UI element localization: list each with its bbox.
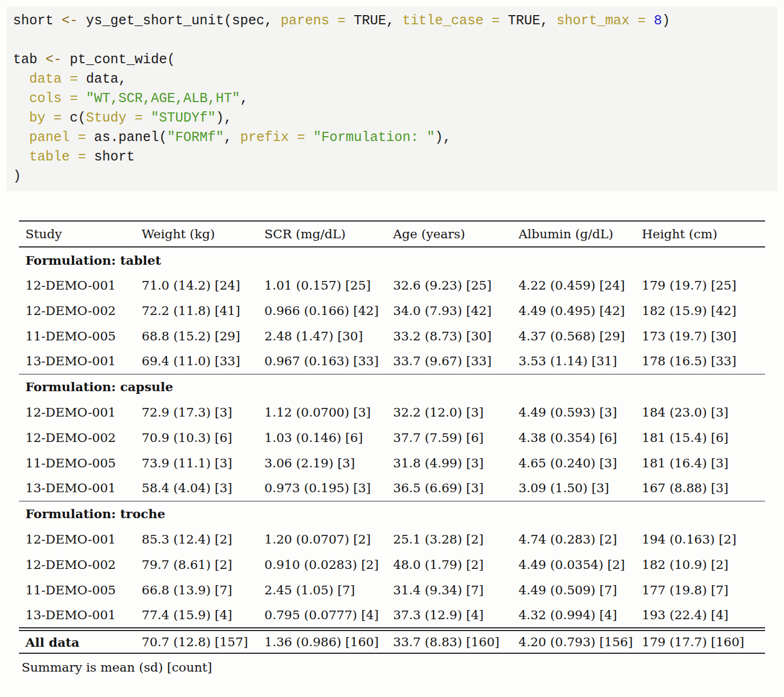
code-line — [13, 31, 771, 50]
table-row: 11-DEMO-00566.8 (13.9) [7]2.45 (1.05) [7… — [19, 577, 765, 602]
table-cell: 37.7 (7.59) [6] — [387, 425, 512, 450]
table-cell: 77.4 (15.9) [4] — [135, 602, 258, 628]
code-token: short — [94, 149, 135, 165]
table-cell: 0.910 (0.0283) [2] — [258, 552, 387, 577]
table-cell: 0.973 (0.195) [3] — [258, 475, 387, 501]
study-id-cell: 13-DEMO-001 — [19, 602, 135, 628]
code-token: as.panel( — [94, 130, 167, 145]
code-token: pt_cont_wide( — [62, 52, 175, 68]
section-header-row: Formulation: troche — [19, 501, 765, 526]
table-row: 13-DEMO-00158.4 (4.04) [3]0.973 (0.195) … — [19, 475, 765, 501]
table-cell: 2.48 (1.47) [30] — [258, 323, 387, 348]
code-token: short_max = — [556, 13, 654, 29]
table-cell: 3.53 (1.14) [31] — [512, 348, 635, 374]
code-token: "WT,SCR,AGE,ALB,HT" — [86, 91, 240, 106]
code-token: data = — [29, 71, 86, 87]
table-cell: 58.4 (4.04) [3] — [135, 475, 258, 501]
column-header-3: SCR (mg/dL) — [258, 221, 387, 247]
table-cell: 72.9 (17.3) [3] — [135, 399, 258, 425]
table-cell: 3.09 (1.50) [3] — [512, 475, 635, 501]
table-cell: 4.49 (0.593) [3] — [512, 399, 635, 425]
code-token — [13, 110, 29, 126]
table-cell: 182 (10.9) [2] — [635, 552, 765, 577]
code-token: title_case = — [402, 13, 508, 29]
table-cell: 4.49 (0.0354) [2] — [512, 552, 635, 577]
column-header-2: Weight (kg) — [135, 221, 258, 247]
code-token: ), — [216, 110, 232, 126]
study-id-cell: 12-DEMO-002 — [19, 425, 135, 450]
section-header-label: Formulation: tablet — [19, 247, 765, 272]
table-cell: 3.06 (2.19) [3] — [258, 450, 387, 475]
table-footnote: Summary is mean (sd) [count] — [22, 660, 784, 674]
code-token: by = — [29, 110, 70, 126]
table-cell: 32.2 (12.0) [3] — [387, 399, 512, 425]
code-line: cols = "WT,SCR,AGE,ALB,HT", — [13, 89, 771, 109]
table-row: 11-DEMO-00573.9 (11.1) [3]3.06 (2.19) [3… — [19, 450, 765, 475]
table-cell: 79.7 (8.61) [2] — [135, 552, 258, 577]
study-id-cell: 11-DEMO-005 — [19, 323, 135, 348]
table-cell: 184 (23.0) [3] — [635, 399, 765, 425]
study-id-cell: 11-DEMO-005 — [19, 450, 135, 475]
table-cell: 32.6 (9.23) [25] — [387, 272, 512, 298]
table-row: 13-DEMO-00177.4 (15.9) [4]0.795 (0.0777)… — [19, 602, 765, 628]
study-id-cell: 11-DEMO-005 — [19, 577, 135, 602]
code-token — [13, 91, 29, 106]
table-row: 12-DEMO-00172.9 (17.3) [3]1.12 (0.0700) … — [19, 399, 765, 425]
table-cell: 0.795 (0.0777) [4] — [258, 602, 387, 628]
table-cell: 25.1 (3.28) [2] — [387, 526, 512, 552]
table-row: 11-DEMO-00568.8 (15.2) [29]2.48 (1.47) [… — [19, 323, 765, 348]
table-cell: 4.22 (0.459) [24] — [512, 272, 635, 298]
code-token: tab — [13, 52, 45, 68]
code-line: by = c(Study = "STUDYf"), — [13, 109, 771, 128]
table-cell: 0.967 (0.163) [33] — [258, 348, 387, 374]
table-cell: 31.4 (9.34) [7] — [387, 577, 512, 602]
code-token: , — [240, 91, 248, 106]
code-token: , — [224, 130, 240, 145]
code-token: Study = — [86, 110, 151, 126]
code-line: data = data, — [13, 70, 771, 89]
table-cell: 1.20 (0.0707) [2] — [258, 526, 387, 552]
table-row: 12-DEMO-00272.2 (11.8) [41]0.966 (0.166)… — [19, 298, 765, 323]
code-token: parens = — [281, 13, 354, 29]
table-cell: 71.0 (14.2) [24] — [135, 272, 258, 298]
table-cell: 193 (22.4) [4] — [635, 602, 765, 628]
table-cell: 70.9 (10.3) [6] — [135, 425, 258, 450]
code-token: short — [13, 13, 62, 29]
table-cell: 177 (19.8) [7] — [635, 577, 765, 602]
code-token: ), — [435, 130, 451, 145]
table-cell: 167 (8.88) [3] — [635, 475, 765, 501]
study-id-cell: 13-DEMO-001 — [19, 348, 135, 374]
code-pre: short <- ys_get_short_unit(spec, parens … — [13, 11, 771, 186]
code-token: ys_get_short_unit(spec, — [78, 13, 281, 29]
code-token: prefix = — [240, 130, 313, 145]
table-cell: 181 (16.4) [3] — [635, 450, 765, 475]
code-token: data, — [86, 71, 127, 87]
table-cell: 73.9 (11.1) [3] — [135, 450, 258, 475]
table-cell: 4.74 (0.283) [2] — [512, 526, 635, 552]
study-id-cell: 12-DEMO-002 — [19, 552, 135, 577]
code-line: panel = as.panel("FORMf", prefix = "Form… — [13, 128, 771, 148]
table-cell: 182 (15.9) [42] — [635, 298, 765, 323]
code-token: c( — [70, 110, 86, 126]
summary-row-label: All data — [19, 631, 135, 653]
code-token: ) — [662, 13, 670, 29]
code-token: cols = — [29, 91, 86, 106]
code-line: short <- ys_get_short_unit(spec, parens … — [13, 11, 771, 31]
table-cell: 37.3 (12.9) [4] — [387, 602, 512, 628]
table-cell: 4.37 (0.568) [29] — [512, 323, 635, 348]
code-token: table = — [29, 149, 94, 165]
code-token — [13, 130, 29, 145]
table-cell: 179 (19.7) [25] — [635, 272, 765, 298]
table-cell: 173 (19.7) [30] — [635, 323, 765, 348]
table-cell: 66.8 (13.9) [7] — [135, 577, 258, 602]
table-row: 12-DEMO-00185.3 (12.4) [2]1.20 (0.0707) … — [19, 526, 765, 552]
code-token: 8 — [654, 13, 662, 29]
table-cell: 1.01 (0.157) [25] — [258, 272, 387, 298]
code-token: TRUE, — [354, 13, 402, 29]
code-token: panel = — [29, 130, 94, 145]
table-cell: 4.49 (0.509) [7] — [512, 577, 635, 602]
study-id-cell: 12-DEMO-002 — [19, 298, 135, 323]
column-header-4: Age (years) — [387, 221, 512, 247]
table-cell: 34.0 (7.93) [42] — [387, 298, 512, 323]
study-id-cell: 12-DEMO-001 — [19, 399, 135, 425]
